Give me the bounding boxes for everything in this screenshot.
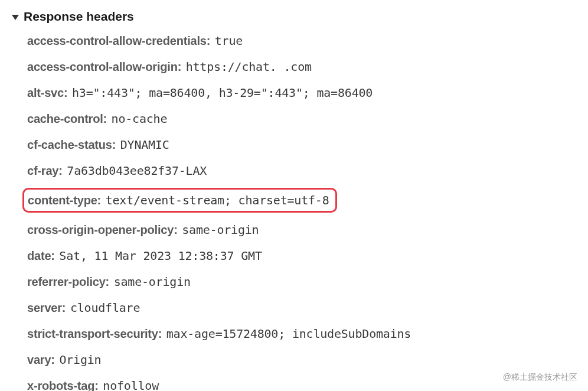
header-value: https://chat. .com: [186, 60, 312, 74]
header-value: max-age=15724800; includeSubDomains: [166, 327, 411, 341]
header-row-highlighted: content-type: text/event-stream; charset…: [27, 188, 576, 213]
section-title-text: Response headers: [24, 9, 134, 24]
header-row: access-control-allow-origin: https://cha…: [27, 58, 576, 76]
header-name: server:: [27, 301, 66, 314]
header-value: Origin: [59, 353, 101, 367]
header-name: access-control-allow-credentials:: [27, 34, 210, 47]
header-value: same-origin: [182, 223, 259, 237]
header-name: x-robots-tag:: [27, 379, 99, 391]
header-name: vary:: [27, 353, 55, 366]
header-row: referrer-policy: same-origin: [27, 273, 576, 291]
header-row: alt-svc: h3=":443"; ma=86400, h3-29=":44…: [27, 84, 576, 102]
header-row: cf-cache-status: DYNAMIC: [27, 136, 576, 154]
header-value: 7a63db043ee82f37-LAX: [67, 164, 207, 178]
header-name: cf-ray:: [27, 164, 63, 177]
header-name: cache-control:: [27, 112, 107, 125]
header-row: cache-control: no-cache: [27, 110, 576, 128]
header-name: date:: [27, 249, 55, 262]
header-name: referrer-policy:: [27, 275, 109, 288]
header-name: cf-cache-status:: [27, 138, 116, 151]
header-row: vary: Origin: [27, 351, 576, 369]
header-name: access-control-allow-origin:: [27, 60, 181, 73]
header-name: content-type:: [28, 194, 101, 207]
header-name: cross-origin-opener-policy:: [27, 223, 178, 236]
header-value: cloudflare: [70, 301, 140, 315]
header-row: access-control-allow-credentials: true: [27, 32, 576, 50]
headers-list: access-control-allow-credentials: true a…: [12, 32, 576, 391]
header-value: h3=":443"; ma=86400, h3-29=":443"; ma=86…: [72, 86, 373, 100]
header-row: x-robots-tag: nofollow: [27, 377, 576, 391]
header-row: strict-transport-security: max-age=15724…: [27, 325, 576, 343]
header-value: true: [215, 34, 243, 48]
header-row: cross-origin-opener-policy: same-origin: [27, 221, 576, 239]
chevron-down-icon: [12, 15, 19, 20]
header-value: nofollow: [103, 379, 159, 391]
header-name: alt-svc:: [27, 86, 67, 99]
header-value: Sat, 11 Mar 2023 12:38:37 GMT: [59, 249, 262, 263]
header-value: same-origin: [114, 275, 191, 289]
header-value: text/event-stream; charset=utf-8: [106, 193, 329, 207]
highlight-box: content-type: text/event-stream; charset…: [22, 188, 337, 213]
header-row: server: cloudflare: [27, 299, 576, 317]
header-row: cf-ray: 7a63db043ee82f37-LAX: [27, 162, 576, 180]
watermark-text: @稀土掘金技术社区: [503, 372, 577, 383]
header-row: date: Sat, 11 Mar 2023 12:38:37 GMT: [27, 247, 576, 265]
header-name: strict-transport-security:: [27, 327, 162, 340]
header-value: DYNAMIC: [120, 138, 169, 152]
header-value: no-cache: [112, 112, 168, 126]
response-headers-section-toggle[interactable]: Response headers: [12, 9, 576, 24]
